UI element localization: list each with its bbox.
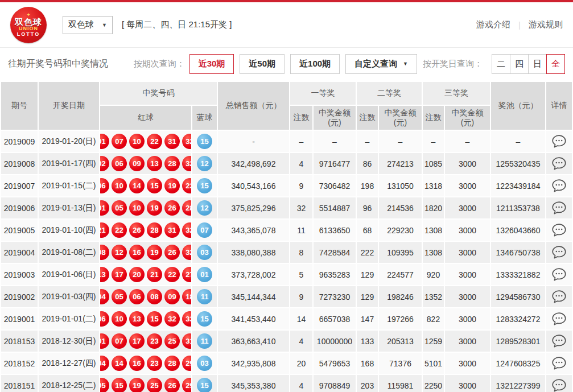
prize3-amount-cell: 3000 [445,375,490,392]
results-table-body: 20190092019-01-20(日)01071022313215-–––––… [1,131,572,392]
red-ball: 23 [147,356,162,371]
red-ball: 13 [147,156,162,171]
day-button[interactable]: 二 [492,54,510,74]
detail-button[interactable] [551,333,567,349]
issue-cell: 2019003 [1,264,38,285]
red-balls-cell: 061013153233 [100,308,191,329]
detail-button[interactable] [551,200,567,216]
blue-ball: 11 [197,289,212,304]
detail-cell [546,308,572,329]
prize1-count-cell: 11 [290,220,312,241]
col-header-numbers: 中奖号码 [100,82,217,105]
col-header-count-2: 注数 [357,106,378,130]
prize2-count-cell: 168 [357,353,378,374]
red-ball: 32 [164,311,180,327]
red-ball: 26 [129,222,145,238]
chevron-down-icon: ▼ [403,61,408,67]
col-header-amount-1: 中奖金额 (元) [314,106,356,130]
red-ball: 17 [112,267,127,282]
red-ball: 10 [129,134,145,149]
pool-cell: 1211353738 [491,197,545,218]
detail-button[interactable] [551,178,567,193]
game-intro-link[interactable]: 游戏介绍 [476,19,510,30]
prize1-amount-cell: – [314,131,356,152]
prize3-amount-cell: 3000 [445,264,490,285]
blue-ball: 03 [197,245,212,260]
red-balls-cell: 212226283132 [100,220,191,241]
game-select-dropdown[interactable]: 双色球 ▼ [63,16,113,34]
prize1-count-cell: 20 [290,353,312,374]
game-rules-link[interactable]: 游戏规则 [529,19,563,30]
red-ball: 13 [100,267,109,282]
comment-bubble-icon [552,157,566,170]
red-ball: 26 [164,378,180,392]
red-ball: 05 [100,378,109,392]
pool-cell: 1321227399 [491,375,545,392]
prize2-count-cell: 222 [357,242,378,263]
red-balls-cell: 041416232829 [100,353,191,374]
detail-button[interactable] [551,267,567,282]
sales-cell: - [218,131,289,152]
red-ball: 06 [100,311,109,327]
red-ball: 04 [100,289,109,304]
prize3-amount-cell: 3000 [445,153,490,174]
red-ball: 15 [112,378,127,392]
date-cell: 2019-01-10(四) [39,220,99,241]
red-ball: 14 [112,356,127,371]
prize2-count-cell: – [357,131,378,152]
custom-query-label: 自定义查询 [354,59,397,69]
red-balls-cell: 051519252629 [100,375,191,392]
results-table-head: 期号 开奖日期 中奖号码 总销售额（元） 一等奖 二等奖 三等奖 奖池（元） 详… [1,82,572,130]
blue-ball: 01 [197,267,212,282]
prize3-amount-cell: 3000 [445,308,490,329]
red-ball: 07 [112,134,127,149]
prize1-count-cell: 14 [290,308,312,329]
prize1-amount-cell: 7428584 [314,242,356,263]
day-query-label: 按开奖日查询： [423,59,483,69]
sales-cell: 341,453,440 [218,308,289,329]
pool-cell: 1283324272 [491,308,545,329]
col-header-count-3: 注数 [423,106,444,130]
detail-button[interactable] [551,134,567,149]
day-button[interactable]: 四 [510,54,529,74]
table-row: 20181512018-12-25(二)05151925262915345,35… [1,375,572,392]
detail-button[interactable] [551,311,567,327]
detail-button[interactable] [551,356,567,371]
detail-button[interactable] [551,222,567,238]
issue-cell: 2018151 [1,375,38,392]
red-ball: 10 [112,178,127,193]
period-button[interactable]: 近50期 [240,54,285,74]
date-cell: 2019-01-13(日) [39,197,99,218]
day-button-group: 二四日全 [492,54,565,74]
red-ball: 05 [112,200,127,216]
detail-button[interactable] [551,289,567,304]
detail-button[interactable] [551,378,567,392]
date-cell: 2019-01-03(四) [39,286,99,307]
blue-ball-cell: 15 [192,308,217,329]
prize1-amount-cell: 6657038 [314,308,356,329]
prize2-amount-cell: 214536 [379,197,422,218]
custom-query-dropdown[interactable]: 自定义查询 ▼ [345,54,417,74]
detail-button[interactable] [551,156,567,171]
day-button[interactable]: 日 [528,54,547,74]
date-cell: 2019-01-01(二) [39,308,99,329]
prize3-count-cell: 1259 [423,331,444,352]
day-button[interactable]: 全 [546,54,565,74]
prize2-amount-cell: 131050 [379,175,422,196]
red-ball: 19 [147,200,162,216]
pool-cell: 1289528301 [491,331,545,352]
prize2-amount-cell: 205313 [379,331,422,352]
prize3-amount-cell: 3000 [445,242,490,263]
comment-bubble-icon [552,312,566,325]
prize3-amount-cell: 3000 [445,353,490,374]
date-cell: 2019-01-08(二) [39,242,99,263]
red-balls-cell: 010510192628 [100,197,191,218]
blue-ball-cell: 07 [192,220,217,241]
prize3-count-cell: 822 [423,308,444,329]
period-button[interactable]: 近100期 [290,54,340,74]
period-button-group: 近30期近50期近100期 [189,54,345,74]
red-ball: 21 [147,267,162,282]
red-ball: 07 [112,333,127,349]
period-button[interactable]: 近30期 [189,54,234,74]
detail-button[interactable] [551,245,567,260]
